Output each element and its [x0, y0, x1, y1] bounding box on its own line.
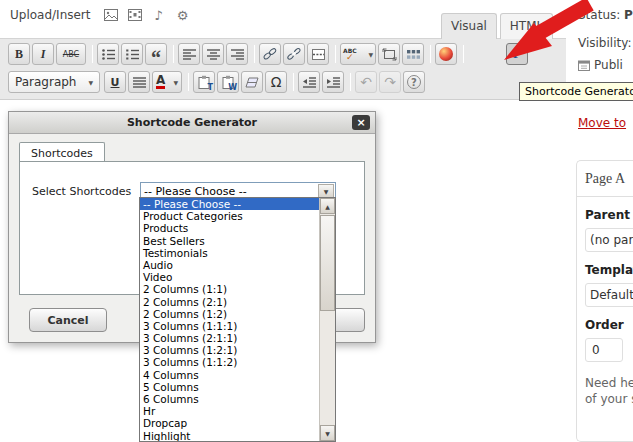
align-center-icon: [206, 48, 221, 61]
numbered-list-button[interactable]: [121, 43, 143, 65]
outdent-icon: [302, 76, 317, 89]
shortcode-p-icon: P: [513, 46, 521, 62]
paragraph-format-value: Paragraph: [15, 75, 76, 89]
order-input[interactable]: 0: [585, 338, 623, 362]
kitchen-sink-button[interactable]: [402, 43, 424, 65]
tab-visual[interactable]: Visual: [441, 13, 497, 39]
underline-icon: U: [111, 76, 120, 89]
shortcode-option[interactable]: 3 Columns (1:2:1): [140, 344, 319, 356]
shortcode-option[interactable]: 3 Columns (2:1:1): [140, 332, 319, 344]
align-right-icon: [230, 48, 245, 61]
toolbar-separator: [188, 73, 189, 91]
justify-button[interactable]: [128, 71, 150, 93]
bullet-list-button[interactable]: [97, 43, 119, 65]
shortcode-option[interactable]: 5 Columns: [140, 381, 319, 393]
remove-link-button[interactable]: [283, 43, 305, 65]
shortcode-option[interactable]: Hr: [140, 405, 319, 417]
shortcode-generator-button[interactable]: P: [506, 43, 528, 65]
spellcheck-button[interactable]: ABC ✓ ▼: [340, 43, 376, 65]
more-tag-button[interactable]: [307, 43, 329, 65]
dialog-title-bar[interactable]: Shortcode Generator ×: [9, 112, 375, 134]
options-scrollbar[interactable]: ▲ ▼: [319, 198, 335, 441]
undo-button[interactable]: ↶: [355, 71, 377, 93]
text-color-button[interactable]: A ▼: [152, 71, 182, 93]
visibility-label: Visibility:: [578, 36, 631, 50]
shortcode-option[interactable]: 4 Columns: [140, 369, 319, 381]
redo-button[interactable]: ↷: [379, 71, 401, 93]
parent-select[interactable]: (no par: [585, 228, 633, 252]
template-select[interactable]: Default: [585, 283, 633, 307]
shortcode-option[interactable]: Audio: [140, 259, 319, 271]
blockquote-button[interactable]: “: [145, 43, 167, 65]
add-media-icon[interactable]: ⚙: [175, 8, 191, 22]
shortcode-option[interactable]: Products: [140, 222, 319, 234]
scrollbar-thumb[interactable]: [320, 215, 335, 311]
shortcode-option[interactable]: Best Sellers: [140, 235, 319, 247]
visibility-line: Visibility:: [578, 36, 631, 50]
help-button[interactable]: ?: [403, 71, 425, 93]
align-center-button[interactable]: [202, 43, 224, 65]
eraser-icon: [245, 77, 259, 88]
close-icon[interactable]: ×: [352, 115, 370, 130]
unlink-icon: [286, 47, 302, 61]
indent-button[interactable]: [322, 71, 344, 93]
more-tag-icon: [311, 48, 326, 61]
shortcode-option[interactable]: Dropcap: [140, 417, 319, 429]
shortcode-option[interactable]: 2 Columns (2:1): [140, 296, 319, 308]
shortcode-option[interactable]: 3 Columns (1:1:2): [140, 356, 319, 368]
dialog-title: Shortcode Generator: [127, 116, 257, 129]
add-video-icon[interactable]: [127, 8, 143, 22]
chevron-down-icon: ▼: [173, 79, 178, 86]
editor-mode-tabs: Visual HTML: [441, 13, 553, 39]
align-left-icon: [182, 48, 197, 61]
fullscreen-button[interactable]: [378, 43, 400, 65]
shortcode-option[interactable]: 6 Columns: [140, 393, 319, 405]
justify-icon: [132, 76, 147, 89]
bold-button[interactable]: B: [8, 43, 30, 65]
add-image-icon[interactable]: [103, 8, 119, 22]
blockquote-icon: “: [151, 45, 161, 63]
shortcode-option[interactable]: Testimonials: [140, 247, 319, 259]
toolbar-row-1: B I ABC “: [8, 43, 530, 65]
scroll-up-icon[interactable]: ▲: [320, 198, 335, 214]
page-attributes-box: Page A Parent (no par Templat Default Or…: [576, 160, 633, 442]
kitchen-sink-icon: [406, 48, 421, 61]
bullet-list-icon: [101, 48, 116, 61]
shortcode-option[interactable]: Video: [140, 271, 319, 283]
shortcode-option[interactable]: 2 Columns (1:2): [140, 308, 319, 320]
move-to-trash-link[interactable]: Move to: [578, 116, 626, 130]
dialog-tabs: Shortcodes: [9, 134, 375, 161]
toolbar-separator: [463, 45, 464, 63]
plugin-ball-button[interactable]: [435, 43, 457, 65]
add-audio-icon[interactable]: ♪: [151, 8, 167, 22]
help-note: Need he of your s: [585, 376, 633, 407]
special-char-button[interactable]: Ω: [265, 71, 287, 93]
align-right-button[interactable]: [226, 43, 248, 65]
tab-html[interactable]: HTML: [500, 13, 553, 39]
strikethrough-button[interactable]: ABC: [56, 43, 86, 65]
paste-from-word-button[interactable]: W: [217, 71, 239, 93]
chevron-down-icon: ▼: [88, 79, 93, 86]
numbered-list-icon: [125, 48, 140, 61]
align-left-button[interactable]: [178, 43, 200, 65]
shortcode-option[interactable]: Product Categories: [140, 210, 319, 222]
outdent-button[interactable]: [298, 71, 320, 93]
scroll-down-icon[interactable]: ▼: [320, 425, 335, 441]
shortcode-option[interactable]: 2 Columns (1:1): [140, 283, 319, 295]
status-value: P: [624, 8, 633, 22]
underline-button[interactable]: U: [104, 71, 126, 93]
italic-icon: I: [41, 47, 46, 62]
shortcode-option[interactable]: Highlight: [140, 430, 319, 441]
help-note-line1: Need he: [585, 376, 633, 392]
editor-toolbar: B I ABC “: [0, 38, 566, 100]
paragraph-format-select[interactable]: Paragraph ▼: [8, 71, 100, 93]
italic-button[interactable]: I: [32, 43, 54, 65]
insert-link-button[interactable]: [259, 43, 281, 65]
paste-as-text-button[interactable]: T: [193, 71, 215, 93]
shortcode-option[interactable]: 3 Columns (1:1:1): [140, 320, 319, 332]
cancel-button[interactable]: Cancel: [29, 308, 107, 332]
remove-formatting-button[interactable]: [241, 71, 263, 93]
shortcode-form-row: Select Shortcodes -- Please Choose -- ▼: [20, 162, 364, 201]
shortcode-option[interactable]: -- Please Choose --: [140, 198, 319, 210]
chevron-down-icon: ▼: [368, 51, 373, 58]
